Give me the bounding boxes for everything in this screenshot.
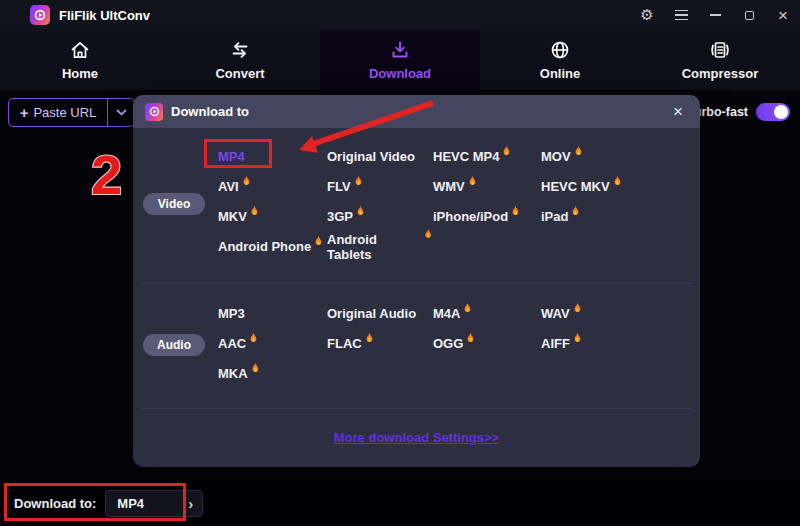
home-icon bbox=[69, 39, 91, 61]
format-cell: MKV bbox=[218, 207, 327, 225]
menu-icon[interactable] bbox=[664, 0, 698, 30]
format-label: Android Tablets bbox=[327, 232, 421, 262]
tab-compressor[interactable]: Compressor bbox=[640, 30, 800, 90]
format-label: Android Phone bbox=[218, 239, 311, 254]
format-option-android-tablets[interactable]: Android Tablets bbox=[327, 232, 433, 262]
format-option-aac[interactable]: AAC bbox=[218, 336, 259, 351]
format-cell: HEVC MKV bbox=[541, 177, 691, 195]
hot-flame-icon bbox=[313, 235, 324, 247]
format-cell: Android Tablets bbox=[327, 230, 433, 262]
toggle-knob bbox=[774, 105, 788, 119]
format-option-original-audio[interactable]: Original Audio bbox=[327, 306, 416, 321]
minimize-button[interactable] bbox=[698, 0, 732, 30]
tab-label: Home bbox=[62, 66, 98, 81]
hot-flame-icon bbox=[248, 332, 259, 344]
hot-flame-icon bbox=[241, 175, 252, 187]
app-window: FliFlik UltConv ⚙ × Home Convert Downloa… bbox=[0, 0, 800, 526]
format-label: WMV bbox=[433, 179, 465, 194]
format-option-3gp[interactable]: 3GP bbox=[327, 209, 366, 224]
format-label: 3GP bbox=[327, 209, 353, 224]
section-divider bbox=[141, 283, 692, 284]
format-option-mov[interactable]: MOV bbox=[541, 149, 584, 164]
format-option-aiff[interactable]: AIFF bbox=[541, 336, 583, 351]
dialog-close-button[interactable]: × bbox=[666, 100, 690, 124]
format-option-wmv[interactable]: WMV bbox=[433, 179, 478, 194]
format-label: AIFF bbox=[541, 336, 570, 351]
format-label: FLV bbox=[327, 179, 351, 194]
format-option-iphone-ipod[interactable]: iPhone/iPod bbox=[433, 209, 521, 224]
format-cell: MP3 bbox=[218, 304, 327, 322]
format-option-wav[interactable]: WAV bbox=[541, 306, 583, 321]
format-option-flac[interactable]: FLAC bbox=[327, 336, 375, 351]
format-label: FLAC bbox=[327, 336, 362, 351]
tab-home[interactable]: Home bbox=[0, 30, 160, 90]
format-cell: M4A bbox=[433, 304, 541, 322]
turbo-fast-toggle[interactable] bbox=[756, 103, 790, 121]
hot-flame-icon bbox=[467, 175, 478, 187]
compressor-icon bbox=[709, 39, 731, 61]
tab-online[interactable]: Online bbox=[480, 30, 640, 90]
format-cell: AIFF bbox=[541, 334, 691, 352]
dialog-footer: More download Settings>> bbox=[133, 408, 700, 467]
format-option-mp3[interactable]: MP3 bbox=[218, 306, 245, 321]
tab-download[interactable]: Download bbox=[320, 30, 480, 90]
format-cell: MOV bbox=[541, 147, 691, 165]
format-cell: OGG bbox=[433, 334, 541, 352]
hot-flame-icon bbox=[501, 145, 512, 157]
download-icon bbox=[389, 39, 411, 61]
hot-flame-icon bbox=[355, 205, 366, 217]
paste-url-dropdown[interactable] bbox=[108, 99, 134, 126]
format-cell: WMV bbox=[433, 177, 541, 195]
format-cell: FLAC bbox=[327, 334, 433, 352]
format-label: AAC bbox=[218, 336, 246, 351]
format-option-android-phone[interactable]: Android Phone bbox=[218, 239, 324, 254]
format-label: Original Video bbox=[327, 149, 415, 164]
format-label: HEVC MP4 bbox=[433, 149, 499, 164]
format-label: iPad bbox=[541, 209, 568, 224]
format-option-ogg[interactable]: OGG bbox=[433, 336, 476, 351]
format-label: OGG bbox=[433, 336, 463, 351]
format-label: MKV bbox=[218, 209, 247, 224]
maximize-button[interactable] bbox=[732, 0, 766, 30]
hot-flame-icon bbox=[353, 175, 364, 187]
format-option-m4a[interactable]: M4A bbox=[433, 306, 473, 321]
format-label: HEVC MKV bbox=[541, 179, 610, 194]
format-cell: MKA bbox=[218, 364, 327, 382]
format-label: iPhone/iPod bbox=[433, 209, 508, 224]
tab-convert[interactable]: Convert bbox=[160, 30, 320, 90]
audio-format-grid: MP3Original AudioM4AWAVAACFLACOGGAIFFMKA bbox=[133, 298, 700, 388]
format-option-flv[interactable]: FLV bbox=[327, 179, 364, 194]
format-row: MKA bbox=[133, 358, 700, 388]
tab-label: Download bbox=[369, 66, 431, 81]
more-download-settings-link[interactable]: More download Settings>> bbox=[334, 430, 499, 445]
main-nav: Home Convert Download Online Compressor bbox=[0, 30, 800, 90]
format-cell: Original Video bbox=[327, 147, 433, 165]
format-option-hevc-mkv[interactable]: HEVC MKV bbox=[541, 179, 623, 194]
format-row: Android PhoneAndroid Tablets bbox=[133, 231, 700, 261]
format-cell: Android Phone bbox=[218, 237, 327, 255]
hot-flame-icon bbox=[423, 228, 434, 240]
tab-label: Compressor bbox=[682, 66, 759, 81]
format-option-mkv[interactable]: MKV bbox=[218, 209, 260, 224]
close-button[interactable]: × bbox=[766, 0, 800, 30]
format-option-avi[interactable]: AVI bbox=[218, 179, 252, 194]
settings-gear-icon[interactable]: ⚙ bbox=[630, 0, 664, 30]
format-cell: WAV bbox=[541, 304, 691, 322]
chevron-down-icon bbox=[116, 109, 127, 116]
format-cell: HEVC MP4 bbox=[433, 147, 541, 165]
hot-flame-icon bbox=[462, 302, 473, 314]
paste-url-main[interactable]: + Paste URL bbox=[9, 99, 107, 126]
paste-url-button[interactable]: + Paste URL bbox=[8, 98, 135, 127]
dialog-title: Download to bbox=[171, 104, 249, 119]
format-option-mka[interactable]: MKA bbox=[218, 366, 261, 381]
window-controls: ⚙ × bbox=[630, 0, 800, 30]
format-label: MP3 bbox=[218, 306, 245, 321]
format-option-hevc-mp4[interactable]: HEVC MP4 bbox=[433, 149, 512, 164]
format-label: M4A bbox=[433, 306, 460, 321]
format-row: AVIFLVWMVHEVC MKV bbox=[133, 171, 700, 201]
format-row: MKV3GPiPhone/iPodiPad bbox=[133, 201, 700, 231]
format-option-original-video[interactable]: Original Video bbox=[327, 149, 415, 164]
hot-flame-icon bbox=[249, 205, 260, 217]
format-option-ipad[interactable]: iPad bbox=[541, 209, 581, 224]
format-cell: AAC bbox=[218, 334, 327, 352]
